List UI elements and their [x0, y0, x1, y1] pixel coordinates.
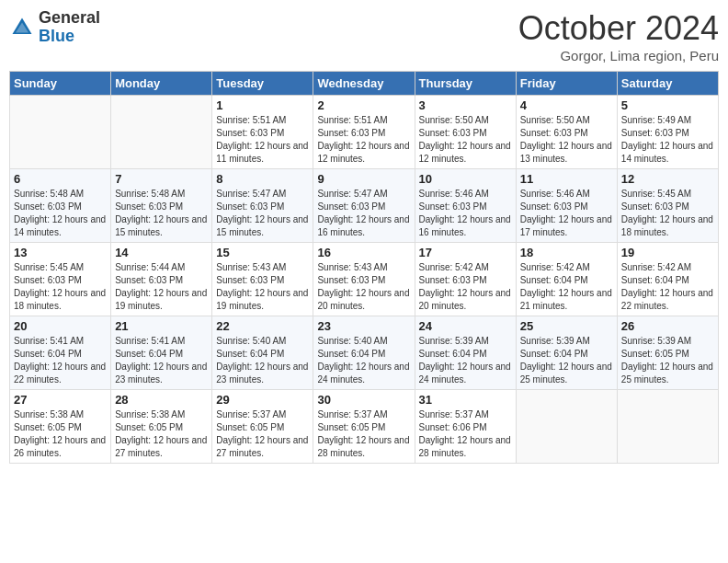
- calendar-cell: 13Sunrise: 5:45 AM Sunset: 6:03 PM Dayli…: [10, 243, 111, 316]
- day-info: Sunrise: 5:37 AM Sunset: 6:06 PM Dayligh…: [419, 408, 512, 460]
- day-info: Sunrise: 5:43 AM Sunset: 6:03 PM Dayligh…: [216, 261, 309, 313]
- day-info: Sunrise: 5:45 AM Sunset: 6:03 PM Dayligh…: [621, 188, 714, 239]
- day-info: Sunrise: 5:47 AM Sunset: 6:03 PM Dayligh…: [317, 188, 410, 239]
- day-number: 30: [317, 393, 410, 407]
- calendar-cell: [516, 390, 617, 464]
- logo-blue: Blue: [39, 27, 74, 45]
- logo: General Blue: [9, 9, 100, 46]
- day-info: Sunrise: 5:48 AM Sunset: 6:03 PM Dayligh…: [14, 188, 107, 239]
- day-info: Sunrise: 5:39 AM Sunset: 6:05 PM Dayligh…: [621, 335, 714, 386]
- day-number: 28: [115, 393, 208, 407]
- page-header: General Blue October 2024 Gorgor, Lima r…: [9, 9, 719, 63]
- weekday-header-sunday: Sunday: [10, 72, 111, 96]
- day-number: 27: [14, 393, 107, 407]
- calendar-cell: 24Sunrise: 5:39 AM Sunset: 6:04 PM Dayli…: [415, 316, 516, 390]
- day-number: 10: [419, 172, 512, 186]
- calendar-cell: 14Sunrise: 5:44 AM Sunset: 6:03 PM Dayli…: [111, 243, 212, 316]
- day-info: Sunrise: 5:42 AM Sunset: 6:03 PM Dayligh…: [419, 261, 512, 313]
- week-row-1: 1Sunrise: 5:51 AM Sunset: 6:03 PM Daylig…: [10, 96, 719, 169]
- calendar-cell: 22Sunrise: 5:40 AM Sunset: 6:04 PM Dayli…: [212, 316, 313, 390]
- calendar-cell: [617, 390, 718, 464]
- month-title: October 2024: [518, 9, 719, 48]
- day-number: 20: [14, 319, 107, 333]
- day-number: 12: [621, 172, 714, 186]
- calendar-cell: [111, 96, 212, 169]
- calendar-cell: 26Sunrise: 5:39 AM Sunset: 6:05 PM Dayli…: [617, 316, 718, 390]
- calendar-cell: 9Sunrise: 5:47 AM Sunset: 6:03 PM Daylig…: [313, 169, 415, 243]
- calendar-cell: 30Sunrise: 5:37 AM Sunset: 6:05 PM Dayli…: [313, 390, 415, 464]
- week-row-5: 27Sunrise: 5:38 AM Sunset: 6:05 PM Dayli…: [10, 390, 719, 464]
- day-number: 5: [621, 98, 714, 112]
- calendar-cell: 17Sunrise: 5:42 AM Sunset: 6:03 PM Dayli…: [415, 243, 516, 316]
- logo-general: General: [39, 8, 100, 27]
- day-number: 26: [621, 319, 714, 333]
- day-number: 14: [115, 246, 208, 259]
- calendar-cell: 12Sunrise: 5:45 AM Sunset: 6:03 PM Dayli…: [617, 169, 718, 243]
- weekday-header-thursday: Thursday: [415, 72, 516, 96]
- weekday-header-wednesday: Wednesday: [313, 72, 415, 96]
- day-number: 15: [216, 246, 309, 259]
- calendar-cell: 21Sunrise: 5:41 AM Sunset: 6:04 PM Dayli…: [111, 316, 212, 390]
- calendar-cell: 23Sunrise: 5:40 AM Sunset: 6:04 PM Dayli…: [313, 316, 415, 390]
- day-number: 22: [216, 319, 309, 333]
- day-info: Sunrise: 5:50 AM Sunset: 6:03 PM Dayligh…: [419, 114, 512, 166]
- weekday-header-friday: Friday: [516, 72, 617, 96]
- calendar-cell: 5Sunrise: 5:49 AM Sunset: 6:03 PM Daylig…: [617, 96, 718, 169]
- day-info: Sunrise: 5:51 AM Sunset: 6:03 PM Dayligh…: [216, 114, 309, 166]
- calendar-cell: 20Sunrise: 5:41 AM Sunset: 6:04 PM Dayli…: [10, 316, 111, 390]
- day-number: 16: [317, 246, 410, 259]
- day-info: Sunrise: 5:49 AM Sunset: 6:03 PM Dayligh…: [621, 114, 714, 166]
- calendar-cell: 4Sunrise: 5:50 AM Sunset: 6:03 PM Daylig…: [516, 96, 617, 169]
- weekday-header-saturday: Saturday: [617, 72, 718, 96]
- day-number: 23: [317, 319, 410, 333]
- calendar-cell: 6Sunrise: 5:48 AM Sunset: 6:03 PM Daylig…: [10, 169, 111, 243]
- day-number: 19: [621, 246, 714, 259]
- day-info: Sunrise: 5:46 AM Sunset: 6:03 PM Dayligh…: [520, 188, 613, 239]
- day-number: 3: [419, 98, 512, 112]
- day-number: 4: [520, 98, 613, 112]
- weekday-header-monday: Monday: [111, 72, 212, 96]
- day-info: Sunrise: 5:40 AM Sunset: 6:04 PM Dayligh…: [216, 335, 309, 386]
- day-number: 31: [419, 393, 512, 407]
- day-number: 21: [115, 319, 208, 333]
- calendar: SundayMondayTuesdayWednesdayThursdayFrid…: [9, 71, 719, 464]
- day-info: Sunrise: 5:37 AM Sunset: 6:05 PM Dayligh…: [216, 408, 309, 460]
- day-number: 29: [216, 393, 309, 407]
- day-info: Sunrise: 5:44 AM Sunset: 6:03 PM Dayligh…: [115, 261, 208, 313]
- calendar-cell: 27Sunrise: 5:38 AM Sunset: 6:05 PM Dayli…: [10, 390, 111, 464]
- calendar-cell: 31Sunrise: 5:37 AM Sunset: 6:06 PM Dayli…: [415, 390, 516, 464]
- calendar-cell: 8Sunrise: 5:47 AM Sunset: 6:03 PM Daylig…: [212, 169, 313, 243]
- day-number: 6: [14, 172, 107, 186]
- day-info: Sunrise: 5:39 AM Sunset: 6:04 PM Dayligh…: [419, 335, 512, 386]
- day-info: Sunrise: 5:45 AM Sunset: 6:03 PM Dayligh…: [14, 261, 107, 313]
- calendar-cell: 1Sunrise: 5:51 AM Sunset: 6:03 PM Daylig…: [212, 96, 313, 169]
- title-block: October 2024 Gorgor, Lima region, Peru: [518, 9, 719, 63]
- day-info: Sunrise: 5:46 AM Sunset: 6:03 PM Dayligh…: [419, 188, 512, 239]
- calendar-cell: 10Sunrise: 5:46 AM Sunset: 6:03 PM Dayli…: [415, 169, 516, 243]
- logo-text: General Blue: [39, 9, 100, 46]
- calendar-cell: 2Sunrise: 5:51 AM Sunset: 6:03 PM Daylig…: [313, 96, 415, 169]
- calendar-cell: 15Sunrise: 5:43 AM Sunset: 6:03 PM Dayli…: [212, 243, 313, 316]
- calendar-cell: 16Sunrise: 5:43 AM Sunset: 6:03 PM Dayli…: [313, 243, 415, 316]
- day-info: Sunrise: 5:41 AM Sunset: 6:04 PM Dayligh…: [115, 335, 208, 386]
- day-info: Sunrise: 5:47 AM Sunset: 6:03 PM Dayligh…: [216, 188, 309, 239]
- day-info: Sunrise: 5:37 AM Sunset: 6:05 PM Dayligh…: [317, 408, 410, 460]
- day-info: Sunrise: 5:42 AM Sunset: 6:04 PM Dayligh…: [621, 261, 714, 313]
- calendar-cell: 3Sunrise: 5:50 AM Sunset: 6:03 PM Daylig…: [415, 96, 516, 169]
- weekday-header-row: SundayMondayTuesdayWednesdayThursdayFrid…: [10, 72, 719, 96]
- calendar-cell: 7Sunrise: 5:48 AM Sunset: 6:03 PM Daylig…: [111, 169, 212, 243]
- day-info: Sunrise: 5:48 AM Sunset: 6:03 PM Dayligh…: [115, 188, 208, 239]
- day-info: Sunrise: 5:40 AM Sunset: 6:04 PM Dayligh…: [317, 335, 410, 386]
- logo-icon: [9, 15, 35, 40]
- day-number: 1: [216, 98, 309, 112]
- day-number: 25: [520, 319, 613, 333]
- week-row-4: 20Sunrise: 5:41 AM Sunset: 6:04 PM Dayli…: [10, 316, 719, 390]
- day-info: Sunrise: 5:43 AM Sunset: 6:03 PM Dayligh…: [317, 261, 410, 313]
- day-number: 17: [419, 246, 512, 259]
- weekday-header-tuesday: Tuesday: [212, 72, 313, 96]
- day-number: 24: [419, 319, 512, 333]
- day-info: Sunrise: 5:51 AM Sunset: 6:03 PM Dayligh…: [317, 114, 410, 166]
- day-info: Sunrise: 5:50 AM Sunset: 6:03 PM Dayligh…: [520, 114, 613, 166]
- day-number: 2: [317, 98, 410, 112]
- day-info: Sunrise: 5:41 AM Sunset: 6:04 PM Dayligh…: [14, 335, 107, 386]
